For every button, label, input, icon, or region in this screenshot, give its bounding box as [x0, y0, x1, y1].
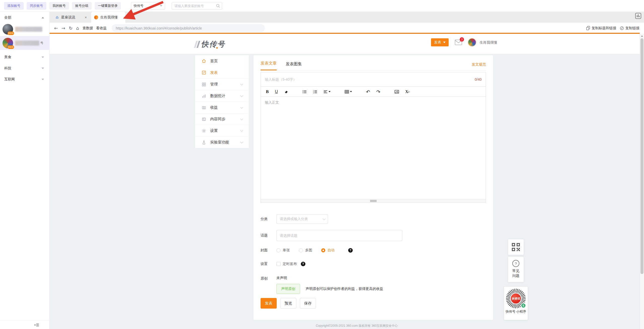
publish-button[interactable]: 发表 [261, 298, 277, 309]
category-select[interactable]: 请选择或输入分类 [276, 214, 328, 224]
bullet-list-button[interactable] [302, 90, 307, 94]
relogin-button[interactable]: 一键重新登录 [95, 2, 121, 10]
radio-icon[interactable] [299, 248, 303, 252]
nav-item-statistics[interactable]: 数据统计 [195, 90, 249, 102]
copy-title-link-button[interactable]: 复制标题和链接 [586, 26, 616, 31]
save-button[interactable]: 保存 [300, 298, 316, 309]
check-data-link[interactable]: 查数据 [83, 26, 93, 31]
nav-item-manage[interactable]: 管理 [195, 78, 249, 90]
logo-dot [216, 47, 218, 49]
header-publish-button[interactable]: 发表 [431, 38, 449, 46]
nav-item-home[interactable]: 首页 [195, 55, 249, 67]
sidebar-group-tech[interactable]: 科技 [0, 63, 50, 74]
username: 生肖我很懂 [480, 40, 497, 45]
sync-account-button[interactable]: 同步账号 [27, 2, 46, 10]
tab-publish-article[interactable]: 发表文章 [261, 61, 277, 70]
publish-tabs: 发表文章 发表图集 发文规范 [261, 55, 486, 71]
sidebar-group-food[interactable]: 美食 [0, 52, 50, 63]
declare-original-button[interactable]: 声明原创 [276, 284, 300, 294]
redo-button[interactable]: ↷ [376, 89, 380, 95]
insert-image-button[interactable] [395, 90, 399, 94]
align-button[interactable] [324, 90, 331, 94]
nav-label: 首页 [210, 59, 218, 64]
scroll-up-icon[interactable] [641, 35, 643, 37]
message-count-badge: 3 [460, 37, 464, 42]
account-name-redacted [15, 41, 39, 46]
topic-row: 话题 [261, 230, 486, 241]
refresh-icon[interactable]: ↻ [69, 25, 73, 31]
eraser-icon [284, 90, 288, 94]
preview-button[interactable]: 预览 [280, 298, 296, 309]
cover-option-label: 多图 [305, 248, 312, 253]
qr-code-widget[interactable] [508, 239, 524, 255]
account-item-selected[interactable]: 快传号 号 [0, 36, 50, 50]
title-counter: 0/40 [475, 77, 482, 81]
nav-item-revenue[interactable]: 收益 [195, 102, 249, 113]
nav-item-content-sync[interactable]: 内容同步 [195, 113, 249, 125]
chevron-down-icon [240, 82, 243, 85]
miniprogram-qr-widget[interactable]: 快资讯 S 快传号 小程序 [504, 287, 528, 320]
cover-help-icon[interactable]: ? [348, 248, 353, 253]
scrollbar-thumb[interactable] [640, 38, 643, 274]
undo-button[interactable]: ↶ [366, 89, 370, 95]
close-tab-icon[interactable]: × [85, 15, 87, 19]
collapse-sidebar-icon[interactable] [34, 323, 39, 327]
cover-option-multi[interactable]: 多图 [299, 248, 312, 253]
chevron-down-icon [329, 91, 331, 92]
account-group-button[interactable]: 账号分组 [72, 2, 92, 10]
account-search-input[interactable] [172, 2, 222, 10]
radio-icon[interactable] [276, 248, 280, 252]
doc-icon [202, 117, 206, 122]
user-avatar[interactable] [468, 38, 476, 47]
editor-resize-handle[interactable] [261, 199, 486, 202]
browser-tab-xingzuo[interactable]: ♎ 星座说说 × [52, 12, 89, 23]
title-input[interactable] [265, 77, 472, 81]
underline-button[interactable]: U [275, 89, 278, 94]
faq-label-line1: 常见 [508, 268, 524, 273]
check-revenue-link[interactable]: 看收益 [96, 26, 107, 31]
topic-input[interactable] [276, 230, 402, 241]
platform-select[interactable]: 快传号 [131, 2, 165, 10]
scheduled-help-icon[interactable]: ? [301, 262, 305, 266]
radio-selected-icon[interactable] [321, 248, 325, 252]
copy-icon [586, 26, 590, 30]
browser-tab-shengxiao[interactable]: 生肖我很懂 [91, 12, 125, 23]
nav-item-lab[interactable]: 实验室功能 [195, 136, 249, 148]
messages-button[interactable]: 3 [455, 39, 462, 46]
superscript-button[interactable]: X2 [405, 89, 409, 94]
chevron-down-icon [323, 217, 326, 220]
home-icon[interactable]: ⌂ [76, 25, 79, 31]
bold-button[interactable]: B [266, 89, 269, 94]
stats-icon [202, 94, 206, 98]
nav-item-publish[interactable]: 发表 [195, 67, 249, 78]
vertical-scrollbar[interactable] [640, 34, 644, 329]
article-body-editor[interactable]: 输入正文 [261, 97, 486, 203]
my-account-button[interactable]: 我的账号 [49, 2, 69, 10]
forward-icon[interactable]: → [61, 25, 65, 31]
nav-item-settings[interactable]: 设置 [195, 125, 249, 136]
tab-publish-gallery[interactable]: 发表图集 [286, 62, 302, 70]
logo-text: 快传号 [201, 39, 225, 49]
title-input-box: 0/40 [261, 72, 486, 87]
scheduled-publish-checkbox[interactable] [276, 262, 280, 266]
sidebar-item-all[interactable]: 全部 [0, 14, 50, 21]
address-bar[interactable]: https://kuaichuan.360kuai.com/#/console/… [112, 24, 265, 32]
copy-link-button[interactable]: 复制链接 [620, 26, 639, 31]
publishing-guideline-link[interactable]: 发文规范 [472, 62, 486, 70]
cover-option-single[interactable]: 单张 [276, 248, 290, 253]
cover-option-auto[interactable]: 自动 [321, 248, 335, 253]
account-item[interactable]: 快传号 [0, 22, 50, 36]
add-account-button[interactable]: 添加账号 [4, 2, 24, 10]
table-button[interactable] [345, 90, 352, 94]
faq-widget[interactable]: ? 常见 问题 [508, 257, 524, 282]
account-name-redacted [15, 27, 42, 32]
back-icon[interactable]: ← [54, 25, 58, 31]
collapse-arrow-icon[interactable] [42, 17, 44, 18]
numbered-list-button[interactable]: 1 2 3 [313, 90, 317, 94]
stats-panel-icon[interactable] [635, 13, 641, 19]
format-clear-button[interactable] [284, 90, 288, 94]
publish-card: 发表文章 发表图集 发文规范 0/40 B U [254, 55, 493, 320]
sidebar-group-internet[interactable]: 互联网 [0, 74, 50, 85]
chevron-down-icon [42, 79, 44, 80]
nav-label: 设置 [210, 128, 218, 133]
